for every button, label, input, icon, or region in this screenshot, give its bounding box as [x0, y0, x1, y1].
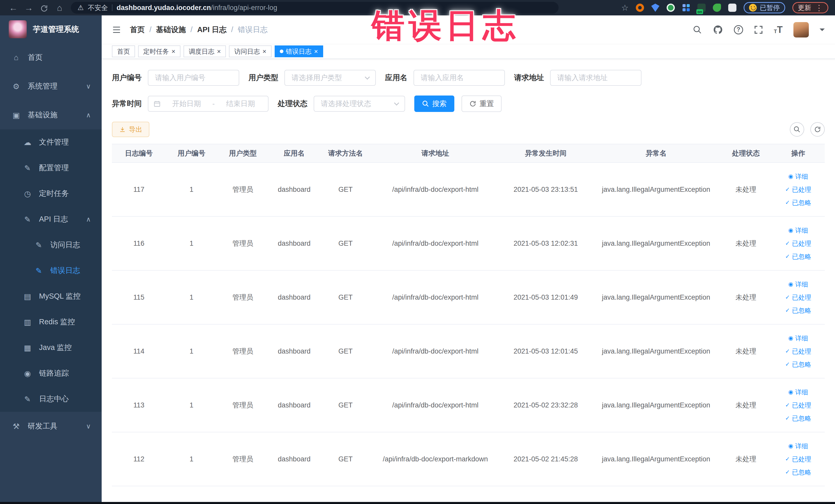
action-ignore-link[interactable]: ✓已忽略: [785, 360, 811, 369]
security-warning-icon[interactable]: ⚠: [78, 4, 84, 12]
tab-api-error-log[interactable]: 错误日志×: [274, 45, 323, 57]
help-docs-button[interactable]: ?: [734, 25, 743, 35]
user-avatar[interactable]: [793, 22, 809, 38]
request-url-input[interactable]: [550, 70, 641, 86]
chevron-down-icon: ∨: [86, 422, 91, 430]
sidebar-item-api-log[interactable]: ✎API 日志∧: [0, 206, 102, 232]
github-link-button[interactable]: [713, 25, 723, 35]
check-icon: ✓: [785, 402, 790, 408]
sidebar-item-home[interactable]: ⌂首页: [0, 43, 102, 72]
sidebar-item-dev-tools[interactable]: ⚒研发工具∨: [0, 412, 102, 441]
action-ignore-link[interactable]: ✓已忽略: [785, 253, 811, 261]
sidebar-item-redis[interactable]: ▥Redis 监控: [0, 309, 102, 335]
extension-blue-shield-icon[interactable]: [651, 4, 659, 12]
reset-button[interactable]: 重置: [462, 96, 502, 112]
cell-method: GET: [320, 401, 371, 409]
header-search-button[interactable]: [693, 25, 702, 35]
sidebar-item-api-access-log[interactable]: ✎访问日志: [0, 232, 102, 258]
user-type-select[interactable]: [284, 70, 376, 86]
cell-id: 114: [112, 347, 166, 355]
action-detail-link[interactable]: ◉详细: [788, 388, 808, 397]
action-processed-link[interactable]: ✓已处理: [785, 455, 811, 463]
action-detail-link[interactable]: ◉详细: [788, 334, 808, 343]
action-processed-link[interactable]: ✓已处理: [785, 185, 811, 194]
sidebar-toggle-button[interactable]: [112, 25, 121, 35]
tab-close-icon[interactable]: ×: [262, 48, 266, 55]
cell-user_id: 1: [166, 455, 217, 463]
action-ignore-link[interactable]: ✓已忽略: [785, 199, 811, 207]
cell-exception: java.lang.IllegalArgumentException: [592, 347, 720, 355]
paused-extension-badge[interactable]: 已暂停: [744, 2, 785, 13]
breadcrumb-infra[interactable]: 基础设施: [156, 25, 186, 35]
action-ignore-link[interactable]: ✓已忽略: [785, 468, 811, 477]
app-name-input[interactable]: [413, 70, 505, 86]
extensions-puzzle-icon[interactable]: [728, 4, 736, 12]
breadcrumb-current: 错误日志: [238, 25, 268, 35]
action-detail-link[interactable]: ◉详细: [788, 226, 808, 235]
sidebar-item-file[interactable]: ☁文件管理: [0, 129, 102, 155]
extension-green-check-icon[interactable]: [667, 4, 675, 12]
cell-url: /api/infra/db-doc/export-html: [371, 294, 500, 301]
user-id-input[interactable]: [148, 70, 239, 86]
export-button[interactable]: 导出: [112, 122, 149, 137]
action-ignore-link[interactable]: ✓已忽略: [785, 306, 811, 315]
extension-on-badge-icon[interactable]: on: [697, 4, 706, 12]
start-date-placeholder[interactable]: 开始日期: [164, 99, 209, 108]
sidebar-item-api-error-log[interactable]: ✎错误日志: [0, 258, 102, 283]
bookmark-star-icon[interactable]: ☆: [621, 3, 629, 13]
sidebar-item-infra[interactable]: ▣基础设施∧: [0, 101, 102, 129]
browser-forward-button[interactable]: →: [22, 0, 36, 15]
table-header-row: 日志编号用户编号用户类型应用名请求方法名请求地址异常发生时间异常名处理状态操作: [112, 144, 825, 163]
sidebar-item-tracer[interactable]: ◉链路追踪: [0, 361, 102, 386]
action-processed-link[interactable]: ✓已处理: [785, 401, 811, 409]
sidebar-item-system[interactable]: ⚙系统管理∨: [0, 72, 102, 101]
action-processed-link[interactable]: ✓已处理: [785, 239, 811, 248]
action-ignore-link[interactable]: ✓已忽略: [785, 414, 811, 423]
tab-api-access-log[interactable]: 访问日志×: [229, 45, 271, 57]
breadcrumb-api-log[interactable]: API 日志: [197, 25, 226, 35]
breadcrumb-home[interactable]: 首页: [130, 25, 145, 35]
sidebar-item-log-center[interactable]: ✎日志中心: [0, 386, 102, 412]
action-detail-link[interactable]: ◉详细: [788, 442, 808, 450]
filter-process-status: 处理状态: [278, 96, 405, 112]
action-detail-link[interactable]: ◉详细: [788, 280, 808, 288]
sidebar-item-job[interactable]: ◷定时任务: [0, 181, 102, 206]
tab-home[interactable]: 首页: [112, 45, 135, 57]
browser-back-button[interactable]: ←: [7, 0, 20, 15]
browser-home-button[interactable]: ⌂: [53, 0, 66, 15]
sidebar-item-config[interactable]: ✎配置管理: [0, 155, 102, 181]
action-detail-link[interactable]: ◉详细: [788, 172, 808, 181]
fullscreen-button[interactable]: [754, 25, 763, 35]
process-status-select[interactable]: [314, 96, 405, 112]
avatar-caret-icon[interactable]: [820, 28, 825, 34]
browser-reload-button[interactable]: [38, 0, 51, 15]
extension-blue-grid-icon[interactable]: [682, 4, 690, 12]
action-processed-link[interactable]: ✓已处理: [785, 293, 811, 302]
cell-actions: ◉详细✓已处理✓已忽略: [772, 334, 825, 369]
tab-close-icon[interactable]: ×: [217, 48, 221, 55]
refresh-table-button[interactable]: [810, 122, 825, 137]
tab-job-log[interactable]: 调度日志×: [184, 45, 226, 57]
search-button[interactable]: 搜索: [414, 96, 454, 112]
tab-close-icon[interactable]: ×: [314, 48, 318, 55]
end-date-placeholder[interactable]: 结束日期: [219, 99, 263, 108]
on-badge-label: on: [696, 9, 703, 14]
tab-job[interactable]: 定时任务×: [138, 45, 180, 57]
cell-time: 2021-05-02 23:32:28: [500, 401, 592, 409]
font-size-button[interactable]: TT: [774, 26, 782, 34]
action-label: 详细: [795, 172, 808, 181]
action-processed-link[interactable]: ✓已处理: [785, 347, 811, 356]
date-range-picker[interactable]: 开始日期 - 结束日期: [148, 96, 268, 112]
sidebar-item-java[interactable]: ▦Java 监控: [0, 335, 102, 361]
cell-user_type: 管理员: [217, 455, 268, 464]
cell-app: dashboard: [268, 347, 320, 355]
url-text[interactable]: dashboard.yudao.iocoder.cn/infra/log/api…: [117, 4, 277, 12]
extension-green-leaf-icon[interactable]: [713, 4, 721, 12]
browser-menu-kebab-icon[interactable]: ⋮: [815, 3, 823, 12]
browser-update-button[interactable]: 更新 ⋮: [792, 2, 828, 13]
tab-close-icon[interactable]: ×: [171, 48, 175, 55]
toggle-search-button[interactable]: [790, 122, 804, 137]
sidebar-item-mysql[interactable]: ▤MySQL 监控: [0, 283, 102, 309]
extension-orange-ring-icon[interactable]: [636, 4, 644, 12]
process-status-label: 处理状态: [278, 99, 307, 109]
